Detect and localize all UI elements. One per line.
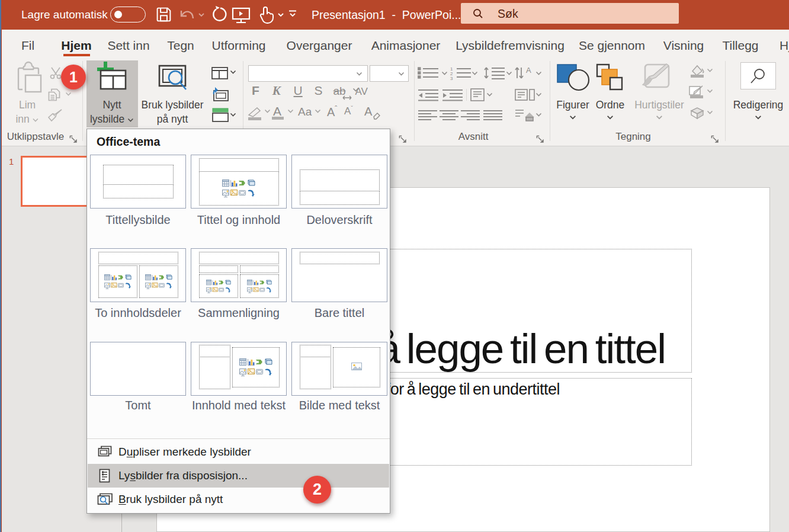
svg-text:3: 3: [450, 76, 453, 81]
svg-text:A: A: [526, 66, 531, 75]
